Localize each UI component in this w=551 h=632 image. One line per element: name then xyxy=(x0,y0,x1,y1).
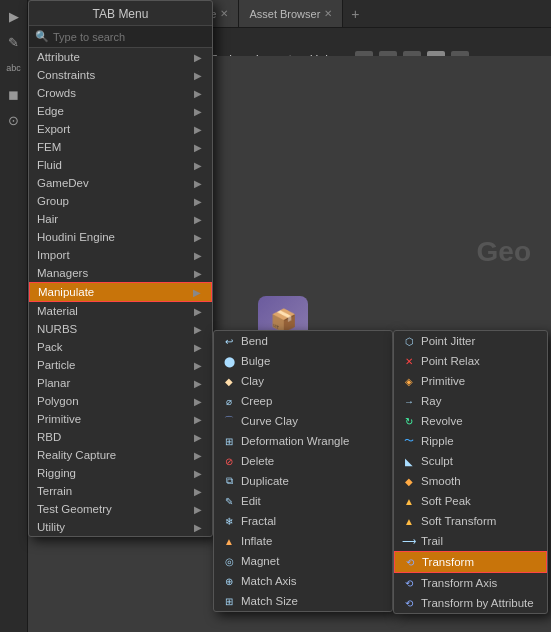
inflate-icon: ▲ xyxy=(222,534,236,548)
submenu-item-revolve[interactable]: ↻ Revolve xyxy=(394,411,547,431)
submenu-item-bulge[interactable]: ⬤ Bulge xyxy=(214,351,392,371)
sculpt-icon: ◣ xyxy=(402,454,416,468)
ray-icon: → xyxy=(402,394,416,408)
arrow-right-icon: ▶ xyxy=(194,106,202,117)
submenu-item-fractal[interactable]: ❄ Fractal xyxy=(214,511,392,531)
tab-menu-item-reality-capture[interactable]: Reality Capture ▶ xyxy=(29,446,212,464)
tab-menu-title: TAB Menu xyxy=(29,1,212,26)
submenu-item-ray[interactable]: → Ray xyxy=(394,391,547,411)
tab-menu-item-pack[interactable]: Pack ▶ xyxy=(29,338,212,356)
submenu-item-sculpt[interactable]: ◣ Sculpt xyxy=(394,451,547,471)
submenu-item-smooth[interactable]: ◆ Smooth xyxy=(394,471,547,491)
arrow-right-icon: ▶ xyxy=(194,342,202,353)
tab-menu-item-managers[interactable]: Managers ▶ xyxy=(29,264,212,282)
arrow-right-icon: ▶ xyxy=(194,504,202,515)
tab-asset-browser-close[interactable]: ✕ xyxy=(324,8,332,19)
submenu-item-magnet[interactable]: ◎ Magnet xyxy=(214,551,392,571)
tab-add-button[interactable]: + xyxy=(343,6,367,22)
magnet-icon: ◎ xyxy=(222,554,236,568)
submenu-item-bend[interactable]: ↩ Bend xyxy=(214,331,392,351)
tab-menu-item-hair[interactable]: Hair ▶ xyxy=(29,210,212,228)
creep-icon: ⌀ xyxy=(222,394,236,408)
submenu-item-match-size[interactable]: ⊞ Match Size xyxy=(214,591,392,611)
tab-menu-item-polygon[interactable]: Polygon ▶ xyxy=(29,392,212,410)
tab-asset-browser[interactable]: Asset Browser ✕ xyxy=(239,0,343,27)
soft-peak-icon: ▲ xyxy=(402,494,416,508)
sidebar-icon-edit[interactable]: ✎ xyxy=(3,31,25,53)
arrow-right-icon: ▶ xyxy=(194,450,202,461)
submenu-item-soft-peak[interactable]: ▲ Soft Peak xyxy=(394,491,547,511)
tab-menu-item-constraints[interactable]: Constraints ▶ xyxy=(29,66,212,84)
primitive-icon: ◈ xyxy=(402,374,416,388)
submenu-item-transform-by-attribute[interactable]: ⟲ Transform by Attribute xyxy=(394,593,547,613)
transform-axis-icon: ⟲ xyxy=(402,576,416,590)
tab-menu-item-crowds[interactable]: Crowds ▶ xyxy=(29,84,212,102)
geo-background-text: Geo xyxy=(477,236,531,268)
submenu-item-transform[interactable]: ⟲ Transform xyxy=(394,551,547,573)
tab-menu-item-attribute[interactable]: Attribute ▶ xyxy=(29,48,212,66)
arrow-right-icon: ▶ xyxy=(194,124,202,135)
search-icon: 🔍 xyxy=(35,30,49,43)
arrow-right-icon: ▶ xyxy=(194,88,202,99)
sidebar-icon-pin[interactable]: ⊙ xyxy=(3,109,25,131)
submenu-item-duplicate[interactable]: ⧉ Duplicate xyxy=(214,471,392,491)
submenu-item-delete[interactable]: ⊘ Delete xyxy=(214,451,392,471)
submenu-item-soft-transform[interactable]: ▲ Soft Transform xyxy=(394,511,547,531)
tab-material-palette-close[interactable]: ✕ xyxy=(220,8,228,19)
tab-menu-item-gamedev[interactable]: GameDev ▶ xyxy=(29,174,212,192)
submenu-item-transform-axis[interactable]: ⟲ Transform Axis xyxy=(394,573,547,593)
tab-menu-item-edge[interactable]: Edge ▶ xyxy=(29,102,212,120)
arrow-right-icon: ▶ xyxy=(194,324,202,335)
bend-icon: ↩ xyxy=(222,334,236,348)
tab-menu-item-utility[interactable]: Utility ▶ xyxy=(29,518,212,536)
point-relax-icon: ✕ xyxy=(402,354,416,368)
tab-menu-item-nurbs[interactable]: NURBS ▶ xyxy=(29,320,212,338)
sidebar-icon-image[interactable]: ◼ xyxy=(3,83,25,105)
search-input[interactable] xyxy=(53,31,206,43)
tab-menu-item-test-geometry[interactable]: Test Geometry ▶ xyxy=(29,500,212,518)
fractal-icon: ❄ xyxy=(222,514,236,528)
submenu-item-primitive[interactable]: ◈ Primitive xyxy=(394,371,547,391)
arrow-right-icon: ▶ xyxy=(194,196,202,207)
submenu-item-point-jitter[interactable]: ⬡ Point Jitter xyxy=(394,331,547,351)
submenu-item-clay[interactable]: ◆ Clay xyxy=(214,371,392,391)
tab-menu-item-rigging[interactable]: Rigging ▶ xyxy=(29,464,212,482)
tab-menu-item-terrain[interactable]: Terrain ▶ xyxy=(29,482,212,500)
sidebar-icon-arrow[interactable]: ▶ xyxy=(3,5,25,27)
submenu-item-edit[interactable]: ✎ Edit xyxy=(214,491,392,511)
tab-menu-item-fluid[interactable]: Fluid ▶ xyxy=(29,156,212,174)
tab-menu-item-planar[interactable]: Planar ▶ xyxy=(29,374,212,392)
tab-menu-item-particle[interactable]: Particle ▶ xyxy=(29,356,212,374)
tab-menu-item-primitive[interactable]: Primitive ▶ xyxy=(29,410,212,428)
transform-icon: ⟲ xyxy=(403,555,417,569)
arrow-right-icon: ▶ xyxy=(194,432,202,443)
tab-menu-item-export[interactable]: Export ▶ xyxy=(29,120,212,138)
tab-menu-item-material[interactable]: Material ▶ xyxy=(29,302,212,320)
edit-icon: ✎ xyxy=(222,494,236,508)
submenu-item-match-axis[interactable]: ⊕ Match Axis xyxy=(214,571,392,591)
curve-clay-icon: ⌒ xyxy=(222,414,236,428)
submenu-item-creep[interactable]: ⌀ Creep xyxy=(214,391,392,411)
revolve-icon: ↻ xyxy=(402,414,416,428)
submenu-item-point-relax[interactable]: ✕ Point Relax xyxy=(394,351,547,371)
submenu-item-ripple[interactable]: 〜 Ripple xyxy=(394,431,547,451)
submenu-item-inflate[interactable]: ▲ Inflate xyxy=(214,531,392,551)
arrow-right-icon: ▶ xyxy=(194,268,202,279)
tab-menu-item-import[interactable]: Import ▶ xyxy=(29,246,212,264)
arrow-right-icon: ▶ xyxy=(194,178,202,189)
sidebar-icon-abc[interactable]: abc xyxy=(3,57,25,79)
tab-menu-item-group[interactable]: Group ▶ xyxy=(29,192,212,210)
trail-icon: ⟶ xyxy=(402,534,416,548)
tab-menu-item-rbd[interactable]: RBD ▶ xyxy=(29,428,212,446)
submenu-item-deformation-wrangle[interactable]: ⊞ Deformation Wrangle xyxy=(214,431,392,451)
match-size-icon: ⊞ xyxy=(222,594,236,608)
transform-by-attribute-icon: ⟲ xyxy=(402,596,416,610)
tab-menu-item-houdini-engine[interactable]: Houdini Engine ▶ xyxy=(29,228,212,246)
submenu-item-trail[interactable]: ⟶ Trail xyxy=(394,531,547,551)
point-jitter-icon: ⬡ xyxy=(402,334,416,348)
submenu-item-curve-clay[interactable]: ⌒ Curve Clay xyxy=(214,411,392,431)
tab-menu-item-fem[interactable]: FEM ▶ xyxy=(29,138,212,156)
tab-menu-item-manipulate[interactable]: Manipulate ▶ xyxy=(29,282,212,302)
submenu-manipulate: ↩ Bend ⬤ Bulge ◆ Clay ⌀ Creep ⌒ Curve Cl… xyxy=(213,330,393,612)
arrow-right-icon: ▶ xyxy=(194,52,202,63)
